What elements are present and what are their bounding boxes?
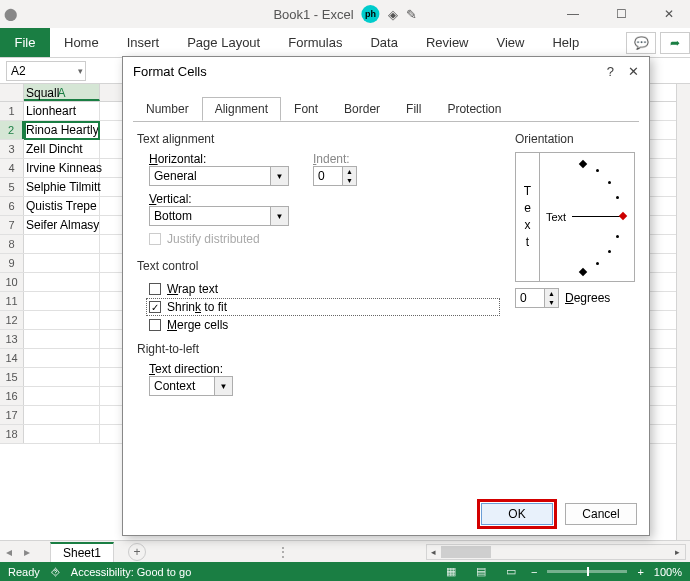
row-header[interactable]: 3 [0,140,24,158]
cell[interactable] [24,292,100,310]
label-horizontal: HHorizontal:orizontal: [149,152,289,166]
cell[interactable] [24,330,100,348]
zoom-out-button[interactable]: − [531,566,537,578]
group-right-to-left: Right-to-left [137,340,499,362]
tab-insert[interactable]: Insert [113,28,174,57]
row-header[interactable]: 8 [0,235,24,253]
help-button[interactable]: ? [607,64,614,79]
cell[interactable]: Irvine Kinneas [24,159,100,177]
add-sheet-button[interactable]: + [128,543,146,561]
cell[interactable]: Lionheart [24,102,100,120]
label-degrees: Degrees [565,291,610,305]
cell[interactable] [24,387,100,405]
comments-button[interactable]: 💬 [626,32,656,54]
maximize-button[interactable]: ☐ [604,3,638,25]
cell[interactable]: Rinoa Heartly [24,121,100,139]
accessibility-icon: ⯑ [50,566,61,578]
cancel-button[interactable]: Cancel [565,503,637,525]
tab-review[interactable]: Review [412,28,483,57]
dlg-tab-border[interactable]: Border [331,97,393,121]
cell[interactable]: Seifer Almasy [24,216,100,234]
qat: ⬤ [4,7,54,21]
tab-data[interactable]: Data [356,28,411,57]
row-header[interactable]: 11 [0,292,24,310]
checkbox-merge-cells[interactable]: Merge cells [149,318,499,332]
row-header[interactable]: 16 [0,387,24,405]
dlg-tab-fill[interactable]: Fill [393,97,434,121]
dialog-tabstrip: Number Alignment Font Border Fill Protec… [123,85,649,121]
row-header[interactable]: 13 [0,330,24,348]
row-header[interactable]: 2 [0,121,24,139]
close-button[interactable]: ✕ [652,3,686,25]
cell[interactable] [24,311,100,329]
wand-icon: ✎ [406,7,417,22]
sheet-nav-prev[interactable]: ◂ [0,545,18,559]
cell[interactable] [24,349,100,367]
tab-home[interactable]: Home [50,28,113,57]
cell[interactable]: Quistis Trepe [24,197,100,215]
row-header[interactable]: 12 [0,311,24,329]
ribbon: File Home Insert Page Layout Formulas Da… [0,28,690,58]
dialog-title-bar[interactable]: Format Cells ? ✕ [123,57,649,85]
cell[interactable]: Zell Dincht [24,140,100,158]
combo-horizontal[interactable]: General▼ [149,166,289,186]
row-header[interactable]: 6 [0,197,24,215]
minimize-button[interactable]: — [556,3,590,25]
row-header[interactable]: 10 [0,273,24,291]
dlg-tab-number[interactable]: Number [133,97,202,121]
orientation-handle[interactable] [619,212,627,220]
tab-formulas[interactable]: Formulas [274,28,356,57]
row-header[interactable]: 9 [0,254,24,272]
name-box[interactable]: A2▾ [6,61,86,81]
sheet-tab[interactable]: Sheet1 [50,542,114,562]
row-header[interactable]: 17 [0,406,24,424]
dialog-title: Format Cells [133,64,207,79]
combo-text-direction[interactable]: Context▼ [149,376,233,396]
vertical-scrollbar[interactable] [676,84,690,541]
zoom-slider[interactable] [547,570,627,573]
share-button[interactable]: ➦ [660,32,690,54]
checkbox-shrink-to-fit[interactable]: ✓Shrink to fit [147,299,499,315]
dialog-close-button[interactable]: ✕ [628,64,639,79]
spin-indent[interactable]: 0▲▼ [313,166,357,186]
view-normal-icon[interactable]: ▦ [441,565,461,579]
row-header[interactable]: 7 [0,216,24,234]
titlebar: ⬤ Book1 - Excel ph ◈ ✎ — ☐ ✕ [0,0,690,28]
cell[interactable] [24,273,100,291]
row-header[interactable]: 4 [0,159,24,177]
chevron-down-icon: ▼ [270,207,288,225]
dlg-tab-protection[interactable]: Protection [434,97,514,121]
spin-degrees[interactable]: 0▲▼ [515,288,559,308]
group-text-alignment: Text alignment [137,130,499,152]
row-header[interactable]: 18 [0,425,24,443]
cell[interactable] [24,235,100,253]
row-header[interactable]: 5 [0,178,24,196]
view-page-break-icon[interactable]: ▭ [501,565,521,579]
cell[interactable]: Selphie Tilmitt [24,178,100,196]
group-orientation: Orientation [515,130,635,152]
row-header[interactable]: 1 [0,102,24,120]
cell[interactable] [24,425,100,443]
tab-file[interactable]: File [0,28,50,57]
dlg-tab-alignment[interactable]: Alignment [202,97,281,121]
row-header[interactable]: 15 [0,368,24,386]
row-header[interactable]: 14 [0,349,24,367]
tab-help[interactable]: Help [538,28,593,57]
tab-page-layout[interactable]: Page Layout [173,28,274,57]
zoom-in-button[interactable]: + [637,566,643,578]
cell[interactable] [24,368,100,386]
combo-vertical[interactable]: Bottom▼ [149,206,289,226]
zoom-level[interactable]: 100% [654,566,682,578]
cell[interactable] [24,254,100,272]
checkbox-wrap-text[interactable]: Wrap text [149,282,499,296]
orientation-control[interactable]: T e x t Text [515,152,635,282]
ok-button[interactable]: OK [481,503,553,525]
sheet-nav-next[interactable]: ▸ [18,545,36,559]
dlg-tab-font[interactable]: Font [281,97,331,121]
horizontal-scrollbar[interactable]: ◂▸ [426,544,686,560]
tab-view[interactable]: View [483,28,539,57]
status-accessibility[interactable]: Accessibility: Good to go [71,566,191,578]
cell[interactable] [24,406,100,424]
select-all-corner[interactable] [0,84,24,101]
view-page-layout-icon[interactable]: ▤ [471,565,491,579]
